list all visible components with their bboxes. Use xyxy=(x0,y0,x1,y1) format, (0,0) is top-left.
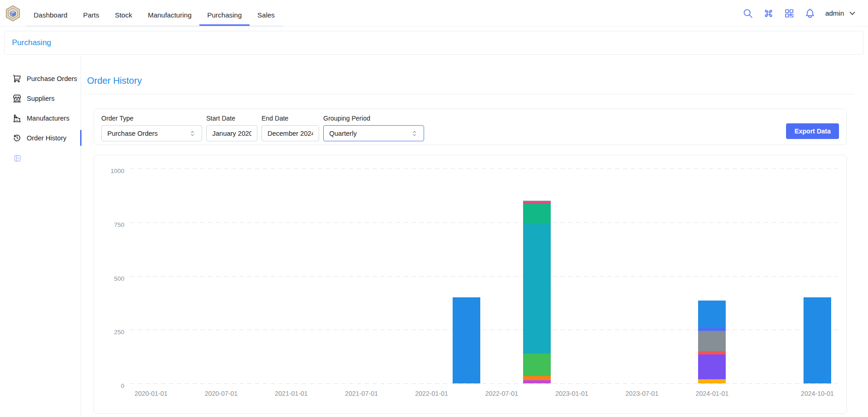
history-icon xyxy=(12,133,22,143)
gridline-y-0 xyxy=(130,383,838,384)
bar-segment-teal[interactable] xyxy=(523,224,551,353)
start-date-input[interactable] xyxy=(206,125,257,141)
bell-icon[interactable] xyxy=(804,8,816,19)
gridline-y-250 xyxy=(130,330,838,330)
bar-2024-10-01[interactable] xyxy=(804,297,831,383)
sidebar-collapse-icon[interactable] xyxy=(13,154,22,162)
bar-segment-orange[interactable] xyxy=(523,376,551,380)
x-axis-tick-2020-07-01: 2020-07-01 xyxy=(204,390,238,397)
qrcode-scan-icon[interactable] xyxy=(784,8,795,19)
sidebar-item-label: Suppliers xyxy=(27,95,54,102)
start-date-label: Start Date xyxy=(206,115,257,122)
gridline-y-750 xyxy=(130,222,838,223)
content-row: Purchase OrdersSuppliersManufacturersOrd… xyxy=(0,55,868,417)
filter-toolbar: Order Type Purchase Orders Start Date En… xyxy=(93,109,847,145)
building-store-icon xyxy=(12,94,22,103)
y-axis-tick-1000: 1000 xyxy=(94,168,124,174)
breadcrumb: Purchasing xyxy=(4,31,863,55)
breadcrumb-purchasing-link[interactable]: Purchasing xyxy=(12,38,51,47)
end-date-label: End Date xyxy=(262,115,319,122)
bar-segment-blue[interactable] xyxy=(804,297,831,383)
grouping-period-value: Quarterly xyxy=(329,130,357,137)
x-axis-tick-2024-01-01: 2024-01-01 xyxy=(696,390,729,397)
grouping-period-select[interactable]: Quarterly xyxy=(323,125,424,141)
x-axis-tick-2022-01-01: 2022-01-01 xyxy=(415,390,448,397)
command-icon[interactable] xyxy=(763,8,774,19)
bar-segment-indigo[interactable] xyxy=(698,328,726,331)
x-axis-tick-2021-07-01: 2021-07-01 xyxy=(345,390,378,397)
x-axis-tick-2023-07-01: 2023-07-01 xyxy=(625,390,658,397)
gridline-y-1000 xyxy=(130,168,838,169)
user-menu[interactable]: admin xyxy=(825,9,857,18)
y-axis-tick-250: 250 xyxy=(94,329,124,336)
tab-sales[interactable]: Sales xyxy=(250,5,283,26)
x-axis-tick-2022-07-01: 2022-07-01 xyxy=(485,390,518,397)
grouping-period-field: Grouping Period Quarterly xyxy=(323,115,424,141)
bar-segment-green[interactable] xyxy=(523,353,551,376)
selector-icon xyxy=(411,130,418,137)
main-nav-tabs: DashboardPartsStockManufacturingPurchasi… xyxy=(26,5,283,26)
bar-segment-emerald[interactable] xyxy=(523,204,551,224)
grouping-period-label: Grouping Period xyxy=(323,115,424,122)
y-axis-tick-500: 500 xyxy=(94,275,124,282)
sidebar-item-suppliers[interactable]: Suppliers xyxy=(0,88,81,108)
x-axis-tick-2021-01-01: 2021-01-01 xyxy=(275,390,308,397)
bar-segment-blue[interactable] xyxy=(453,297,480,383)
sidebar-item-order-history[interactable]: Order History xyxy=(0,128,81,148)
start-date-field: Start Date xyxy=(206,115,257,141)
order-type-select[interactable]: Purchase Orders xyxy=(101,125,202,141)
export-data-button[interactable]: Export Data xyxy=(786,123,839,139)
order-type-label: Order Type xyxy=(101,115,202,122)
plot-area: 025050075010002020-01-012020-07-012021-0… xyxy=(130,168,838,383)
page-title: Order History xyxy=(87,75,868,86)
bar-2022-10-01[interactable] xyxy=(523,201,551,383)
sidebar-item-manufacturers[interactable]: Manufacturers xyxy=(0,108,81,128)
header-actions: admin xyxy=(742,8,868,19)
end-date-input[interactable] xyxy=(262,125,319,141)
tab-stock[interactable]: Stock xyxy=(107,5,140,26)
sidebar-item-purchase-orders[interactable]: Purchase Orders xyxy=(0,69,81,88)
tab-dashboard[interactable]: Dashboard xyxy=(26,5,75,26)
sidebar-item-label: Purchase Orders xyxy=(27,75,77,82)
bar-segment-red[interactable] xyxy=(698,351,726,354)
bar-segment-violet[interactable] xyxy=(698,354,726,379)
tab-manufacturing[interactable]: Manufacturing xyxy=(140,5,199,26)
username-label: admin xyxy=(825,9,844,17)
sidebar-items: Purchase OrdersSuppliersManufacturersOrd… xyxy=(0,69,81,148)
x-axis-tick-2023-01-01: 2023-01-01 xyxy=(555,390,588,397)
top-header: DashboardPartsStockManufacturingPurchasi… xyxy=(0,0,868,27)
order-type-value: Purchase Orders xyxy=(107,130,158,137)
bar-segment-blue[interactable] xyxy=(698,301,726,327)
chevron-down-icon xyxy=(848,9,857,18)
gridline-y-500 xyxy=(130,276,838,277)
end-date-field: End Date xyxy=(262,115,319,141)
tab-purchasing[interactable]: Purchasing xyxy=(199,5,250,26)
y-axis-tick-750: 750 xyxy=(94,221,124,228)
sidebar-item-label: Manufacturers xyxy=(27,115,70,122)
bar-segment-grape[interactable] xyxy=(523,380,551,383)
y-axis-tick-0: 0 xyxy=(94,382,124,389)
bar-segment-gray[interactable] xyxy=(698,331,726,351)
order-type-field: Order Type Purchase Orders xyxy=(101,115,202,141)
x-axis-tick-2024-10-01: 2024-10-01 xyxy=(801,390,834,397)
selector-icon xyxy=(189,130,196,137)
title-divider xyxy=(87,94,854,94)
bar-2022-04-01[interactable] xyxy=(453,297,480,383)
order-history-chart-card: 025050075010002020-01-012020-07-012021-0… xyxy=(93,155,847,414)
search-icon[interactable] xyxy=(742,8,753,19)
tab-parts[interactable]: Parts xyxy=(75,5,107,26)
sidebar: Purchase OrdersSuppliersManufacturersOrd… xyxy=(0,55,81,417)
x-axis-tick-2020-01-01: 2020-01-01 xyxy=(134,390,168,397)
bar-2024-01-01[interactable] xyxy=(698,301,726,383)
shopping-cart-icon xyxy=(12,74,22,83)
building-factory-icon xyxy=(12,114,22,123)
app-logo-icon[interactable] xyxy=(5,5,21,22)
sidebar-item-label: Order History xyxy=(27,134,66,142)
bar-segment-amber[interactable] xyxy=(698,379,726,383)
main-panel: Order History Order Type Purchase Orders… xyxy=(81,55,868,417)
